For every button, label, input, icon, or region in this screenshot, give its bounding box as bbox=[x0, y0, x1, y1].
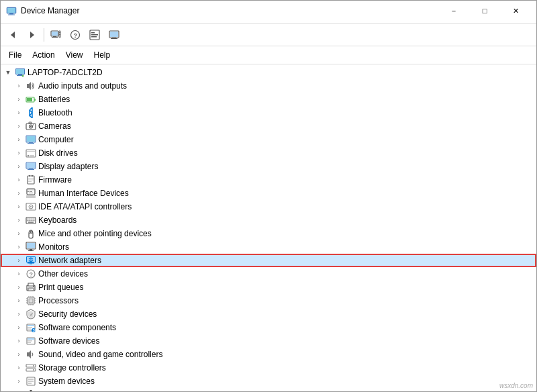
tree-item-storage[interactable]: › Storage controllers bbox=[1, 361, 536, 375]
hid-icon bbox=[26, 188, 36, 199]
sw-devices-label: Software devices bbox=[38, 336, 99, 346]
processors-icon bbox=[26, 295, 36, 306]
svg-text:✓: ✓ bbox=[30, 312, 34, 317]
tree-item-display[interactable]: › Display adapters bbox=[1, 160, 536, 173]
storage-label: Storage controllers bbox=[38, 363, 106, 373]
svg-rect-117 bbox=[28, 340, 32, 342]
ide-arrow: › bbox=[14, 202, 23, 211]
svg-rect-57 bbox=[28, 191, 30, 192]
svg-rect-95 bbox=[29, 299, 33, 303]
svg-rect-17 bbox=[91, 34, 98, 36]
tree-item-sw-devices[interactable]: › Software devices bbox=[1, 334, 536, 348]
display-label: Display adapters bbox=[38, 162, 98, 171]
tree-item-mice[interactable]: › Mice and other pointing devices bbox=[1, 227, 536, 240]
display-arrow: › bbox=[14, 162, 23, 171]
svg-rect-30 bbox=[27, 98, 32, 101]
tree-item-computer[interactable]: › Computer bbox=[1, 133, 536, 146]
tree-item-hid[interactable]: › Human Interface Devices bbox=[1, 187, 536, 200]
svg-rect-126 bbox=[28, 381, 34, 382]
audio-label: Audio inputs and outputs bbox=[38, 81, 127, 91]
sw-components-arrow: › bbox=[14, 323, 23, 332]
svg-rect-2 bbox=[9, 13, 13, 15]
computer-icon bbox=[26, 134, 36, 145]
display-icon bbox=[26, 161, 36, 172]
sound-icon bbox=[26, 349, 36, 360]
tree-item-security[interactable]: › ✓ Security devices bbox=[1, 307, 536, 321]
svg-rect-20 bbox=[110, 32, 118, 37]
window-title: Device Manager bbox=[21, 6, 79, 15]
tree-item-usb[interactable]: › Universal Serial Bus controllers bbox=[1, 388, 536, 391]
processors-arrow: › bbox=[14, 296, 23, 305]
keyboards-icon bbox=[26, 215, 36, 226]
tree-item-sw-components[interactable]: › SW Software components bbox=[1, 321, 536, 334]
usb-icon bbox=[26, 389, 36, 391]
tree-item-cameras[interactable]: › Cameras bbox=[1, 119, 536, 133]
app-icon bbox=[6, 5, 17, 16]
tree-item-other[interactable]: › ? Other devices bbox=[1, 267, 536, 281]
toolbar-sep-1 bbox=[44, 28, 44, 42]
svg-rect-40 bbox=[28, 143, 34, 144]
maximize-button[interactable]: □ bbox=[469, 1, 500, 21]
svg-point-34 bbox=[30, 126, 32, 128]
disk-icon bbox=[26, 148, 36, 158]
menu-help[interactable]: Help bbox=[89, 48, 116, 62]
svg-rect-80 bbox=[28, 250, 34, 251]
firmware-icon bbox=[26, 175, 36, 185]
window-controls: − □ ✕ bbox=[438, 1, 531, 21]
svg-rect-35 bbox=[29, 122, 32, 124]
sw-devices-icon bbox=[26, 336, 36, 346]
tree-item-system[interactable]: › System devices bbox=[1, 375, 536, 388]
audio-icon bbox=[26, 81, 36, 91]
tree-item-processors[interactable]: › Proces bbox=[1, 294, 536, 307]
close-button[interactable]: ✕ bbox=[500, 1, 531, 21]
tree-item-audio[interactable]: › Audio inputs and outputs bbox=[1, 79, 536, 93]
svg-rect-111 bbox=[28, 327, 32, 328]
root-icon bbox=[15, 67, 26, 78]
security-label: Security devices bbox=[38, 309, 97, 319]
tree-item-batteries[interactable]: › Batteries bbox=[1, 93, 536, 106]
batteries-icon bbox=[26, 94, 36, 105]
svg-rect-59 bbox=[29, 193, 33, 193]
svg-rect-58 bbox=[30, 191, 32, 192]
svg-rect-84 bbox=[28, 262, 34, 264]
svg-rect-79 bbox=[30, 249, 32, 250]
svg-rect-51 bbox=[32, 175, 33, 177]
tree-root[interactable]: ▼ LAPTOP-7ADCLT2D bbox=[1, 66, 536, 79]
disk-arrow: › bbox=[14, 148, 23, 158]
svg-rect-24 bbox=[16, 69, 24, 74]
svg-rect-52 bbox=[28, 178, 34, 179]
svg-rect-127 bbox=[28, 383, 32, 384]
storage-arrow: › bbox=[14, 363, 23, 373]
sound-arrow: › bbox=[14, 350, 23, 359]
tree-item-monitors[interactable]: › Monitors bbox=[1, 240, 536, 254]
svg-rect-72 bbox=[34, 220, 35, 222]
menu-action[interactable]: Action bbox=[27, 48, 60, 62]
device-manager-window: Device Manager − □ ✕ bbox=[0, 0, 537, 392]
toolbar: ? bbox=[1, 24, 536, 46]
properties-toolbar-btn[interactable] bbox=[85, 26, 104, 44]
tree-item-ide[interactable]: › IDE ATA/ATAPI controllers bbox=[1, 200, 536, 213]
minimize-button[interactable]: − bbox=[438, 1, 469, 21]
svg-point-122 bbox=[33, 365, 34, 366]
svg-point-36 bbox=[33, 124, 34, 126]
menu-file[interactable]: File bbox=[3, 48, 27, 62]
back-toolbar-btn[interactable] bbox=[3, 26, 22, 44]
svg-rect-38 bbox=[27, 136, 35, 142]
help-toolbar-btn[interactable]: ? bbox=[66, 26, 85, 44]
tree-item-firmware[interactable]: › Firmware bbox=[1, 173, 536, 187]
sound-label: Sound, video and game controllers bbox=[38, 350, 162, 359]
tree-item-print[interactable]: › Print queues bbox=[1, 281, 536, 294]
tree-item-bluetooth[interactable]: › Bluetooth bbox=[1, 106, 536, 119]
title-bar: Device Manager − □ ✕ bbox=[1, 1, 536, 21]
svg-rect-112 bbox=[28, 329, 31, 330]
tree-item-keyboards[interactable]: › Keyboards bbox=[1, 213, 536, 227]
tree-item-disk[interactable]: › Disk drives bbox=[1, 146, 536, 160]
menu-view[interactable]: View bbox=[60, 48, 89, 62]
computer-toolbar-btn[interactable] bbox=[46, 26, 65, 44]
tree-item-network[interactable]: › Network adapters bbox=[1, 254, 536, 267]
watermark: wsxdn.com bbox=[499, 382, 533, 389]
monitor-toolbar-btn[interactable] bbox=[105, 26, 124, 44]
tree-item-sound[interactable]: › Sound, video and game controllers bbox=[1, 348, 536, 361]
usb-arrow: › bbox=[14, 390, 23, 391]
forward-toolbar-btn[interactable] bbox=[23, 26, 42, 44]
